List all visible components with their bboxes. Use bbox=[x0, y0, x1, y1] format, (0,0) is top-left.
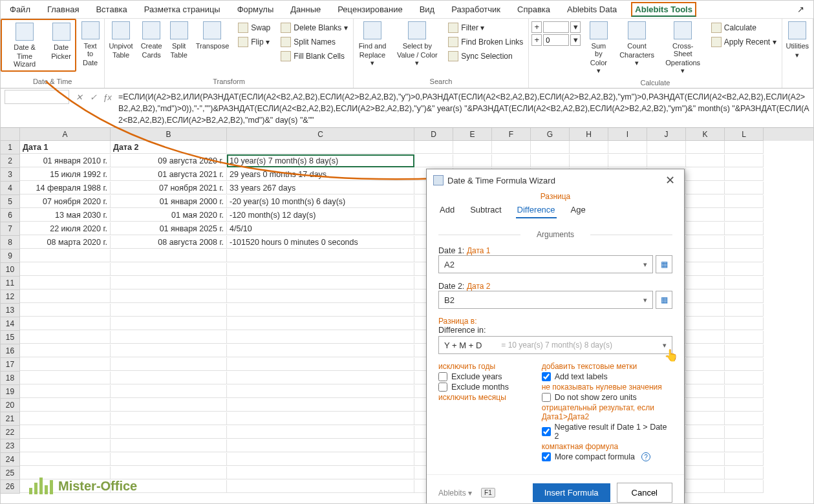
menu-ablebits-data[interactable]: Ablebits Data bbox=[564, 2, 619, 17]
col-header-E[interactable]: E bbox=[453, 128, 492, 141]
cell[interactable] bbox=[686, 467, 725, 479]
row-header[interactable]: 3 bbox=[1, 168, 20, 182]
cell[interactable] bbox=[20, 439, 111, 452]
menu-разметка-страницы[interactable]: Разметка страницы bbox=[142, 2, 223, 17]
cell[interactable] bbox=[111, 372, 227, 384]
cell[interactable] bbox=[725, 358, 764, 371]
spinner-up[interactable]: + bbox=[531, 21, 542, 33]
cell[interactable] bbox=[20, 317, 111, 330]
insert-formula-button[interactable]: Insert Formula bbox=[533, 483, 610, 502]
apply-recent--button[interactable]: Apply Recent ▾ bbox=[707, 36, 780, 48]
compact-formula-checkbox[interactable]: More compact formula? bbox=[542, 452, 672, 461]
cell[interactable] bbox=[111, 304, 227, 317]
cell[interactable] bbox=[725, 480, 764, 493]
select-all-corner[interactable] bbox=[1, 128, 20, 141]
row-header[interactable]: 6 bbox=[1, 209, 20, 222]
cell[interactable] bbox=[725, 304, 764, 317]
cell[interactable] bbox=[725, 222, 764, 235]
cell[interactable]: 01 мая 2020 г. bbox=[111, 209, 227, 222]
cell[interactable] bbox=[492, 141, 531, 154]
col-header-D[interactable]: D bbox=[414, 128, 453, 141]
cell[interactable]: 33 years 267 days bbox=[227, 182, 414, 194]
cell[interactable]: Дата 2 bbox=[111, 141, 227, 154]
col-header-C[interactable]: C bbox=[227, 128, 414, 141]
cell[interactable] bbox=[608, 141, 647, 154]
row-header[interactable]: 26 bbox=[1, 480, 20, 494]
cell[interactable] bbox=[414, 141, 453, 154]
row-header[interactable]: 20 bbox=[1, 399, 20, 412]
cell[interactable] bbox=[227, 317, 414, 330]
cell[interactable] bbox=[725, 263, 764, 276]
cell[interactable] bbox=[111, 453, 227, 466]
cell[interactable] bbox=[111, 426, 227, 439]
row-header[interactable]: 23 bbox=[1, 439, 20, 453]
cell[interactable]: 08 августа 2008 г. bbox=[111, 236, 227, 249]
cell[interactable] bbox=[227, 344, 414, 357]
find-replace-button[interactable]: Find andReplace ▾ bbox=[354, 19, 392, 70]
cell[interactable] bbox=[531, 154, 570, 167]
date-picker-button[interactable]: DatePicker bbox=[47, 20, 75, 70]
cell[interactable] bbox=[725, 426, 764, 439]
cell[interactable] bbox=[686, 168, 725, 181]
menu-справка[interactable]: Справка bbox=[515, 2, 553, 17]
cell[interactable]: 07 ноября 2021 г. bbox=[111, 182, 227, 194]
f1-help-icon[interactable]: F1 bbox=[481, 488, 495, 498]
cell[interactable] bbox=[20, 426, 111, 439]
cell[interactable] bbox=[492, 154, 531, 167]
cell[interactable] bbox=[725, 249, 764, 262]
sync-selection-button[interactable]: Sync Selection bbox=[444, 50, 527, 63]
cell[interactable] bbox=[725, 236, 764, 249]
fx-icon[interactable]: ƒx bbox=[102, 91, 113, 103]
cell[interactable] bbox=[725, 399, 764, 412]
row-header[interactable]: 15 bbox=[1, 331, 20, 344]
cell[interactable] bbox=[227, 331, 414, 344]
cell[interactable]: 4/5/10 bbox=[227, 222, 414, 235]
tab-age[interactable]: Age bbox=[570, 202, 587, 218]
cell[interactable] bbox=[227, 249, 414, 262]
row-header[interactable]: 10 bbox=[1, 263, 20, 277]
menu-главная[interactable]: Главная bbox=[45, 2, 81, 17]
cell[interactable] bbox=[227, 399, 414, 412]
cell[interactable] bbox=[725, 195, 764, 208]
cell[interactable] bbox=[725, 154, 764, 167]
sum-by-color-button[interactable]: Sum byColor ▾ bbox=[583, 19, 614, 78]
cell[interactable] bbox=[686, 249, 725, 262]
cell[interactable] bbox=[227, 358, 414, 371]
cell[interactable]: 08 марта 2020 г. bbox=[20, 236, 111, 249]
cell[interactable] bbox=[686, 304, 725, 317]
cell[interactable] bbox=[20, 290, 111, 303]
cell[interactable] bbox=[227, 304, 414, 317]
cell[interactable] bbox=[227, 141, 414, 154]
cell[interactable] bbox=[20, 372, 111, 384]
cell[interactable] bbox=[111, 439, 227, 452]
spinner-up[interactable]: + bbox=[531, 34, 542, 46]
cell[interactable] bbox=[686, 358, 725, 371]
cell[interactable] bbox=[20, 358, 111, 371]
cell[interactable] bbox=[686, 344, 725, 357]
cell[interactable] bbox=[725, 467, 764, 479]
cell[interactable] bbox=[453, 141, 492, 154]
select-by-value-button[interactable]: Select byValue / Color ▾ bbox=[391, 19, 443, 70]
cell[interactable] bbox=[20, 277, 111, 289]
row-header[interactable]: 5 bbox=[1, 195, 20, 209]
menu-разработчик[interactable]: Разработчик bbox=[449, 2, 503, 17]
fill-blank-cells-button[interactable]: Fill Blank Cells bbox=[277, 50, 351, 63]
cell[interactable] bbox=[20, 263, 111, 276]
col-header-L[interactable]: L bbox=[725, 128, 764, 141]
cell[interactable] bbox=[414, 154, 453, 167]
cell[interactable] bbox=[227, 426, 414, 439]
transpose-button[interactable]: Transpose bbox=[192, 19, 233, 52]
cell[interactable] bbox=[570, 141, 608, 154]
cell[interactable]: -20 year(s) 10 month(s) 6 day(s) bbox=[227, 195, 414, 208]
cell[interactable] bbox=[725, 209, 764, 222]
cell[interactable] bbox=[725, 372, 764, 384]
cell[interactable] bbox=[227, 412, 414, 425]
date-time-wizard-button[interactable]: Date &Time Wizard bbox=[2, 20, 47, 70]
cell[interactable] bbox=[686, 236, 725, 249]
cell[interactable]: 14 февраля 1988 г. bbox=[20, 182, 111, 194]
cell[interactable] bbox=[111, 277, 227, 289]
cell[interactable] bbox=[111, 263, 227, 276]
create-cards-button[interactable]: CreateCards bbox=[137, 19, 166, 61]
col-header-H[interactable]: H bbox=[570, 128, 608, 141]
cell[interactable] bbox=[227, 372, 414, 384]
